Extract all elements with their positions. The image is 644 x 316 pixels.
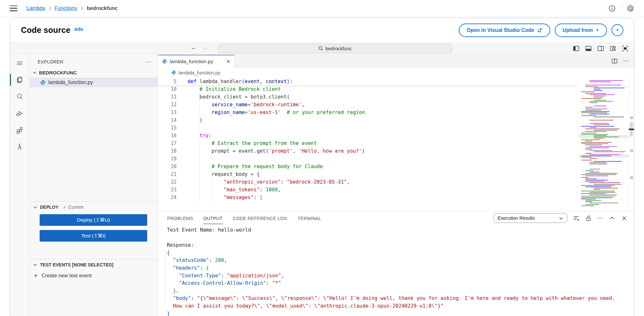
activitybar-run-debug[interactable] — [10, 105, 29, 122]
chevron-down-icon — [559, 216, 563, 220]
output-console[interactable]: Test Event Name: hello-worldResponse:{ "… — [158, 225, 634, 316]
navigate-back-button[interactable]: ← — [189, 44, 198, 51]
tab-close-icon[interactable]: ✕ — [226, 59, 230, 64]
code-token: : — [221, 273, 227, 279]
toggle-panel-icon[interactable] — [585, 45, 592, 52]
code-line[interactable]: 16 try: — [158, 132, 579, 139]
tree-folder-bedrockfunc[interactable]: BEDROCKFUNC — [29, 68, 158, 78]
line-text: ) — [187, 116, 203, 124]
info-link[interactable]: Info — [74, 26, 83, 32]
code-token: { — [257, 171, 260, 177]
code-token: ) — [287, 79, 290, 84]
fullscreen-icon[interactable] — [621, 45, 629, 52]
activitybar-menu[interactable] — [10, 55, 29, 72]
toggle-sidebar-icon[interactable] — [572, 45, 580, 52]
minimap-line — [585, 180, 608, 180]
code-line[interactable]: 24 "messages": [ — [158, 194, 579, 201]
editor-scrollbar[interactable] — [629, 78, 634, 211]
code-line[interactable]: 18 prompt = event.get('prompt', 'Hello, … — [158, 147, 579, 155]
test-button[interactable]: Test (⇧⌘I) — [40, 230, 147, 242]
minimap-line — [594, 97, 603, 98]
minimap-line — [590, 146, 617, 147]
navigate-forward-button[interactable]: → — [201, 44, 209, 51]
minimap[interactable] — [579, 78, 629, 211]
code-token — [187, 179, 224, 185]
activitybar-extensions[interactable] — [10, 122, 29, 139]
line-number: 13 — [158, 109, 177, 116]
code-token: "messages" — [224, 195, 254, 200]
code-token: { — [206, 265, 209, 271]
code-token: { — [167, 250, 170, 256]
code-line[interactable]: 17 # Extract the prompt from the event — [158, 139, 579, 147]
line-number: 18 — [158, 147, 177, 155]
more-actions-button[interactable]: ▼ — [611, 24, 623, 36]
minimap-line — [594, 161, 622, 162]
code-token: , — [278, 187, 281, 193]
code-line[interactable]: 12 service_name='bedrock-runtime', — [158, 101, 579, 109]
menu-icon[interactable] — [10, 5, 17, 11]
code-line[interactable]: 11 bedrock_client = boto3.client( — [158, 93, 579, 101]
search-icon — [15, 92, 24, 101]
code-line[interactable]: 21 request_body = { — [158, 170, 579, 178]
command-search-input[interactable]: bedrockfunc — [218, 44, 452, 53]
execution-results-select[interactable]: Execution Results — [494, 213, 567, 223]
panel-tab-terminal[interactable]: TERMINAL — [297, 212, 322, 224]
code-token: bedrock_client = boto3.client — [187, 94, 287, 100]
amazon-q-icon[interactable] — [627, 5, 634, 12]
breadcrumb-functions[interactable]: Functions — [55, 5, 77, 11]
topnav-right — [608, 4, 634, 13]
activitybar-search[interactable] — [10, 88, 29, 105]
header-buttons: Open in Visual Studio Code Upload from ▼… — [459, 24, 623, 37]
minimap-line — [585, 110, 601, 110]
code-line[interactable]: 23 "max_tokens": 1000, — [158, 186, 579, 194]
minimap-line — [581, 133, 597, 133]
ellipsis-icon[interactable]: ⋯ — [623, 58, 630, 64]
code-editor[interactable]: 5def lambda_handler(event, context): 10 … — [158, 78, 634, 211]
code-line[interactable]: 22 "anthropic_version": "bedrock-2023-05… — [158, 178, 579, 186]
deploy-section-header[interactable]: DEPLOY ✓Current — [29, 202, 158, 212]
test-events-header[interactable]: TEST EVENTS [NONE SELECTED] — [29, 259, 158, 270]
minimap-line — [581, 191, 615, 191]
info-icon[interactable] — [608, 5, 616, 12]
tab-lambda-function[interactable]: lambda_function.py ✕ — [158, 55, 235, 68]
minimap-line — [585, 129, 620, 129]
upload-from-button[interactable]: Upload from ▼ — [555, 24, 607, 37]
tree-file-lambda-function[interactable]: lambda_function.py — [29, 78, 158, 87]
minimap-line — [594, 124, 609, 125]
deploy-status: ✓Current — [63, 205, 83, 210]
sticky-scroll-line[interactable]: 5def lambda_handler(event, context): — [158, 78, 579, 85]
code-line[interactable]: 20 # Prepare the request body for Claude — [158, 163, 579, 170]
customize-layout-icon[interactable] — [609, 45, 617, 52]
panel-tab-output[interactable]: OUTPUT — [203, 212, 223, 224]
breadcrumb-lambda[interactable]: Lambda — [26, 5, 45, 11]
code-line[interactable]: 13 region_name='us-east-1' # or your pre… — [158, 109, 579, 116]
toggle-secondary-sidebar-icon[interactable] — [597, 45, 604, 52]
code-line[interactable]: 5def lambda_handler(event, context): — [158, 78, 293, 85]
open-in-vscode-button[interactable]: Open in Visual Studio Code — [459, 24, 550, 37]
minimap-line — [594, 90, 602, 91]
folder-label: BEDROCKFUNC — [39, 70, 77, 75]
output-line: Response: — [167, 242, 626, 249]
minimap-line — [585, 187, 611, 187]
code-line[interactable]: 14 ) — [158, 116, 579, 124]
activitybar-aws-lambda[interactable]: λ — [10, 139, 29, 155]
code-line[interactable]: 19 — [158, 155, 579, 163]
panel-tab-problems[interactable]: PROBLEMS — [167, 212, 193, 224]
code-token: "application/json" — [227, 273, 281, 279]
code-line[interactable]: 10 # Initialize Bedrock client — [158, 85, 579, 93]
caret-down-icon: ▼ — [616, 28, 619, 32]
code-line[interactable]: 15 — [158, 124, 579, 132]
panel-tab-code-reference-log[interactable]: CODE REFERENCE LOG — [233, 212, 288, 224]
code-token: = — [245, 110, 247, 115]
minimap-line — [585, 93, 606, 94]
unlock-icon[interactable] — [585, 215, 592, 222]
close-panel-icon[interactable] — [621, 215, 628, 222]
create-test-event-item[interactable]: + Create new test event — [29, 270, 158, 282]
editor-breadcrumb[interactable]: lambda_function.py — [158, 68, 634, 78]
chevron-right-icon — [48, 6, 52, 10]
activitybar-explorer[interactable] — [10, 72, 29, 88]
deploy-button[interactable]: Deploy (⇧⌘U) — [40, 214, 147, 226]
clear-output-icon[interactable] — [573, 215, 580, 222]
split-editor-icon[interactable] — [611, 58, 618, 64]
maximize-panel-icon[interactable] — [609, 215, 615, 222]
